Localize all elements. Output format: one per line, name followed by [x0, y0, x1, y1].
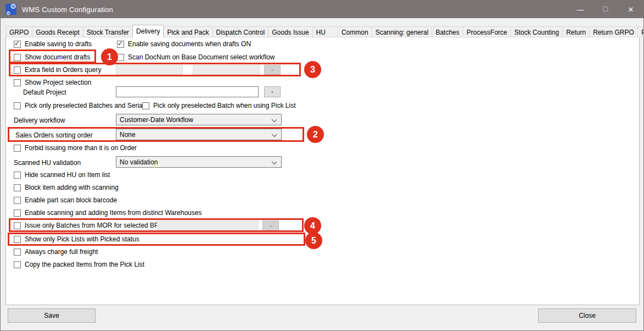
checkbox-box[interactable]	[14, 102, 21, 109]
tab-stock-transfer[interactable]: Stock Transfer	[83, 26, 133, 37]
x-icon: ✕	[628, 5, 634, 14]
checkbox-block-item-adding-with-scanning[interactable]: Block item adding with scanning	[14, 183, 119, 192]
tab-batches[interactable]: Batches	[432, 26, 463, 37]
title-bar: ⚙ ⚙ WMS Custom Configuration — ☐ ✕	[1, 1, 643, 18]
gear-icon: ⚙	[6, 10, 10, 16]
default-project-lookup-button[interactable]: -	[264, 86, 281, 97]
maximize-icon: ☐	[603, 5, 609, 13]
gear-icon: ⚙	[10, 2, 16, 10]
checkbox-always-charge-full-freight[interactable]: Always charge full freight	[14, 247, 98, 256]
delivery-workflow-select[interactable]: Customer-Date Workflow	[116, 114, 282, 125]
tab-dispatch-control[interactable]: Dispatch Control	[213, 26, 269, 37]
checkbox-extra-field-in-orders-query[interactable]: Extra field in Orders query	[14, 65, 101, 74]
checkbox-box[interactable]	[14, 54, 21, 61]
close-button[interactable]: Close	[538, 308, 636, 323]
sales-orders-sorting-value: None	[120, 131, 136, 139]
tab-common[interactable]: Common	[338, 26, 372, 37]
tab-goods-receipt[interactable]: Goods Receipt	[32, 26, 83, 37]
checkbox-box[interactable]	[14, 222, 21, 229]
tab-pick-and-pack[interactable]: Pick and Pack	[164, 26, 212, 37]
default-project-label: Default Project	[23, 89, 66, 96]
window-controls: — ☐ ✕	[568, 1, 643, 18]
app-window: ⚙ ⚙ WMS Custom Configuration — ☐ ✕ GRPO …	[0, 0, 644, 331]
chevron-down-icon	[272, 132, 277, 137]
delivery-workflow-label: Delivery workflow	[14, 117, 65, 124]
extra-field-lookup-button[interactable]: -	[264, 65, 281, 75]
chevron-down-icon	[272, 159, 277, 164]
checkbox-box[interactable]	[14, 79, 21, 86]
tab-delivery[interactable]: Delivery	[132, 25, 164, 37]
checkbox-box[interactable]	[14, 145, 21, 152]
extra-field-query-input-2[interactable]	[193, 65, 260, 75]
delivery-workflow-value: Customer-Date Workflow	[120, 116, 193, 124]
checkbox-scan-docnum-on-base-document[interactable]: Scan DocNum on Base Document select work…	[117, 53, 275, 62]
checkbox-pick-only-preselected-batches-and-serials[interactable]: Pick only preselected Batches and Serial…	[14, 101, 147, 110]
chevron-down-icon	[272, 117, 277, 122]
extra-field-query-input-1[interactable]	[116, 65, 183, 75]
maximize-button[interactable]: ☐	[593, 1, 618, 18]
tab-hu[interactable]: HU	[313, 26, 338, 37]
checkbox-copy-packed-items-from-pick-list[interactable]: Copy the packed Items from the Pick List	[14, 260, 144, 269]
tab-return[interactable]: Return	[563, 26, 590, 37]
checkbox-box[interactable]	[14, 197, 21, 204]
tab-grpo[interactable]: GRPO	[5, 26, 32, 37]
tab-processforce[interactable]: ProcessForce	[463, 26, 511, 37]
checkbox-forbid-issuing-more-than-on-order[interactable]: Forbid issuing more than it is on Order	[14, 144, 137, 152]
checkbox-box[interactable]	[117, 41, 124, 48]
checkbox-enable-saving-to-drafts[interactable]: Enable saving to drafts	[14, 40, 92, 48]
checkbox-enable-saving-documents-when-drafts-on[interactable]: Enable saving documents when drafts ON	[117, 40, 251, 48]
minimize-icon: —	[577, 5, 584, 14]
close-window-button[interactable]: ✕	[618, 1, 643, 18]
scanned-hu-validation-label: Scanned HU validation	[14, 159, 81, 167]
window-title: WMS Custom Configuration	[22, 5, 113, 14]
checkbox-box[interactable]	[14, 67, 21, 74]
checkbox-issue-only-batches-from-mor[interactable]: Issue only Batches from MOR for selected…	[14, 221, 162, 230]
default-project-input[interactable]	[116, 86, 259, 97]
checkbox-box[interactable]	[14, 261, 21, 268]
checkbox-hide-scanned-hu-on-item-list[interactable]: Hide scanned HU on Item list	[14, 170, 110, 179]
tab-goods-issue[interactable]: Goods Issue	[268, 26, 312, 37]
checkbox-box[interactable]	[14, 236, 21, 243]
checkbox-box[interactable]	[142, 102, 149, 109]
sales-orders-sorting-select[interactable]: None	[116, 129, 282, 140]
tab-scanning-general[interactable]: Scanning: general	[372, 26, 433, 37]
scanned-hu-validation-value: No validation	[120, 158, 158, 166]
checkbox-show-project-selection[interactable]: Show Project selection	[14, 78, 91, 87]
save-button[interactable]: Save	[8, 308, 96, 323]
tab-bar: GRPO Goods Receipt Stock Transfer Delive…	[5, 25, 644, 37]
sales-orders-sorting-label: Sales Orders sorting order	[15, 131, 93, 139]
scanned-hu-validation-select[interactable]: No validation	[116, 156, 282, 168]
checkbox-box[interactable]	[14, 184, 21, 191]
tab-production[interactable]: Production	[638, 26, 644, 37]
checkbox-box[interactable]	[14, 172, 21, 179]
tab-stock-counting[interactable]: Stock Counting	[511, 26, 563, 37]
checkbox-box[interactable]	[117, 54, 124, 61]
issue-only-batches-lookup-button[interactable]: -	[262, 220, 279, 231]
checkbox-pick-only-preselected-batch-when-using-pick-list[interactable]: Pick only preselected Batch when using P…	[142, 101, 295, 110]
checkbox-enable-scanning-adding-items-distinct-warehouses[interactable]: Enable scanning and adding Items from di…	[14, 208, 201, 217]
minimize-button[interactable]: —	[568, 1, 593, 18]
checkbox-box[interactable]	[14, 249, 21, 256]
checkbox-enable-part-scan-block-barcode[interactable]: Enable part scan block barcode	[14, 196, 117, 205]
app-gear-icon: ⚙ ⚙	[5, 4, 16, 15]
issue-only-batches-input[interactable]	[157, 220, 259, 231]
checkbox-box[interactable]	[14, 41, 21, 48]
checkbox-box[interactable]	[14, 209, 21, 217]
tab-return-grpo[interactable]: Return GRPO	[590, 26, 638, 37]
checkbox-show-document-drafts[interactable]: Show document drafts	[14, 53, 90, 62]
checkbox-show-only-pick-lists-picked[interactable]: Show only Pick Lists with Picked status	[14, 235, 139, 244]
